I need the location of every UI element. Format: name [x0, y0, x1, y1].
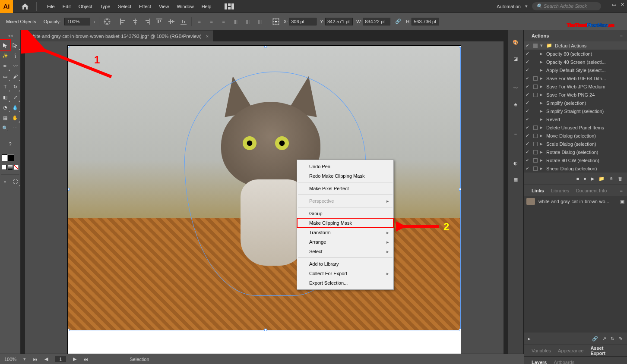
action-row[interactable]: ✓▸Opacity 40 Screen (selecti...: [524, 58, 627, 66]
tab-document-info[interactable]: Document Info: [573, 187, 611, 195]
search-stock-input[interactable]: 🔍 Search Adobe Stock: [532, 2, 601, 10]
distribute-horz-center-icon[interactable]: |||: [244, 17, 252, 26]
artboard-prev-icon[interactable]: ◀: [44, 356, 48, 362]
stroke-swatch[interactable]: [7, 154, 14, 161]
action-row[interactable]: ✓▸Move Dialog (selection): [524, 132, 627, 140]
ctx-transform[interactable]: Transform▸: [297, 228, 393, 237]
tab-asset-export[interactable]: Asset Export: [587, 344, 623, 357]
ctx-collect-for-export[interactable]: Collect For Export▸: [297, 269, 393, 278]
action-row[interactable]: ✓▸Save For Web GIF 64 Dith...: [524, 74, 627, 82]
link-wh-icon[interactable]: 🔗: [394, 17, 402, 26]
menu-file[interactable]: File: [44, 2, 58, 11]
ctx-select[interactable]: Select▸: [297, 247, 393, 256]
scale-tool[interactable]: ⤢: [10, 92, 21, 102]
action-row[interactable]: ✓▸Rotate 90 CW (selection): [524, 156, 627, 164]
action-set-header[interactable]: ✓▾📁Default Actions: [524, 41, 627, 50]
link-item[interactable]: white-and-gray-cat-in-brown-wo... ▣: [524, 196, 627, 207]
artboard-next-last-icon[interactable]: ⏭: [83, 357, 88, 362]
goto-link-icon[interactable]: ↗: [602, 336, 606, 342]
align-horz-right-icon[interactable]: [143, 17, 152, 26]
update-link-icon[interactable]: ↻: [611, 336, 614, 342]
paintbrush-tool[interactable]: 🖌: [10, 71, 21, 82]
tab-variables[interactable]: Variables: [528, 347, 554, 355]
tab-actions[interactable]: Actions: [528, 32, 552, 40]
document-tab[interactable]: white-and-gray-cat-in-brown-woven-basket…: [25, 30, 213, 41]
ctx-make-pixel-perfect[interactable]: Make Pixel Perfect: [297, 184, 393, 193]
home-icon[interactable]: [21, 2, 29, 11]
ctx-add-to-library[interactable]: Add to Library: [297, 259, 393, 269]
menu-effect[interactable]: Effect: [136, 2, 155, 11]
tab-links[interactable]: Links: [528, 187, 548, 195]
menu-select[interactable]: Select: [114, 2, 135, 11]
symbols-panel-icon[interactable]: ♣: [511, 100, 520, 109]
rectangle-tool[interactable]: ▭: [0, 71, 10, 82]
pen-tool[interactable]: ✒: [0, 61, 10, 71]
ctx-undo-pen[interactable]: Undo Pen: [297, 162, 393, 171]
action-row[interactable]: ✓▸Shear Dialog (selection): [524, 164, 627, 173]
rotate-tool[interactable]: ↻: [10, 82, 21, 92]
stroke-panel-icon[interactable]: ≡: [511, 129, 520, 138]
artboard-number[interactable]: 1: [55, 356, 66, 362]
w-input[interactable]: [363, 18, 390, 25]
close-tab-icon[interactable]: ×: [206, 34, 209, 39]
stop-icon[interactable]: ■: [576, 176, 580, 181]
edit-toolbar[interactable]: ⋯: [10, 123, 21, 133]
color-mode-icon[interactable]: [2, 165, 6, 170]
tab-artboards[interactable]: Artboards: [550, 358, 578, 364]
align-vert-middle-icon[interactable]: [167, 17, 176, 26]
gradient-mode-icon[interactable]: [8, 165, 13, 170]
y-input[interactable]: [325, 18, 353, 25]
opacity-input[interactable]: 100%: [64, 18, 90, 25]
direct-selection-tool[interactable]: [10, 40, 21, 50]
tab-libraries[interactable]: Libraries: [548, 187, 573, 195]
delete-icon[interactable]: 🗑: [618, 176, 623, 181]
action-row[interactable]: ✓▸Rotate Dialog (selection): [524, 148, 627, 156]
ctx-arrange[interactable]: Arrange▸: [297, 237, 393, 247]
arrange-docs-icon[interactable]: [223, 2, 235, 11]
action-row[interactable]: ✓▸Delete Unused Panel Items: [524, 123, 627, 132]
draw-normal-icon[interactable]: ▫: [0, 176, 10, 187]
align-horz-left-icon[interactable]: [119, 17, 127, 26]
type-tool[interactable]: T: [0, 82, 10, 92]
distribute-vert-top-icon[interactable]: ≡: [195, 17, 204, 26]
more-tools[interactable]: ?: [0, 139, 20, 149]
close-icon[interactable]: ✕: [621, 2, 624, 7]
artboard[interactable]: Undo PenRedo Make Clipping MaskMake Pixe…: [68, 46, 461, 354]
screen-mode-icon[interactable]: ⛶: [10, 176, 21, 187]
align-horz-center-icon[interactable]: [131, 17, 139, 26]
distribute-horz-right-icon[interactable]: |||: [256, 17, 264, 26]
maximize-icon[interactable]: ▭: [612, 2, 616, 7]
color-swatches[interactable]: [0, 149, 20, 173]
relink-icon[interactable]: 🔗: [592, 336, 598, 342]
transparency-panel-icon[interactable]: ◐: [511, 159, 520, 167]
h-input[interactable]: [412, 18, 439, 25]
swatches-panel-icon[interactable]: ◪: [511, 54, 520, 63]
distribute-horz-left-icon[interactable]: |||: [231, 17, 240, 26]
zoom-level[interactable]: 100%: [4, 357, 16, 362]
magic-wand-tool[interactable]: ✨: [0, 50, 10, 61]
panel-menu-icon[interactable]: ≡: [620, 188, 623, 193]
ctx-group[interactable]: Group: [297, 209, 393, 218]
action-row[interactable]: ✓▸Scale Dialog (selection): [524, 140, 627, 148]
menu-object[interactable]: Object: [75, 2, 96, 11]
curvature-tool[interactable]: 〰: [10, 61, 21, 71]
ctx-make-clipping-mask[interactable]: Make Clipping Mask: [297, 218, 393, 228]
hand-tool[interactable]: ✋: [10, 113, 21, 123]
ctx-export-selection-[interactable]: Export Selection...: [297, 278, 393, 288]
recolor-icon[interactable]: [103, 17, 111, 26]
artboard-next-icon[interactable]: ▶: [73, 356, 76, 362]
menu-view[interactable]: View: [155, 2, 173, 11]
play-icon[interactable]: ▶: [591, 176, 594, 182]
align-vert-bottom-icon[interactable]: [179, 17, 188, 26]
menu-window[interactable]: Window: [174, 2, 197, 11]
shape-builder-tool[interactable]: ◔: [0, 102, 10, 113]
tab-layers[interactable]: Layers: [528, 358, 550, 364]
ctx-redo-make-clipping-mask[interactable]: Redo Make Clipping Mask: [297, 171, 393, 181]
zoom-tool[interactable]: 🔍: [0, 123, 10, 133]
distribute-vert-center-icon[interactable]: ≡: [207, 17, 216, 26]
action-row[interactable]: ✓▸Apply Default Style (select...: [524, 66, 627, 74]
edit-original-icon[interactable]: ✎: [619, 336, 623, 342]
record-icon[interactable]: ●: [583, 176, 586, 181]
panel-menu-icon[interactable]: ≡: [620, 33, 623, 38]
eyedropper-tool[interactable]: 💧: [10, 102, 21, 113]
